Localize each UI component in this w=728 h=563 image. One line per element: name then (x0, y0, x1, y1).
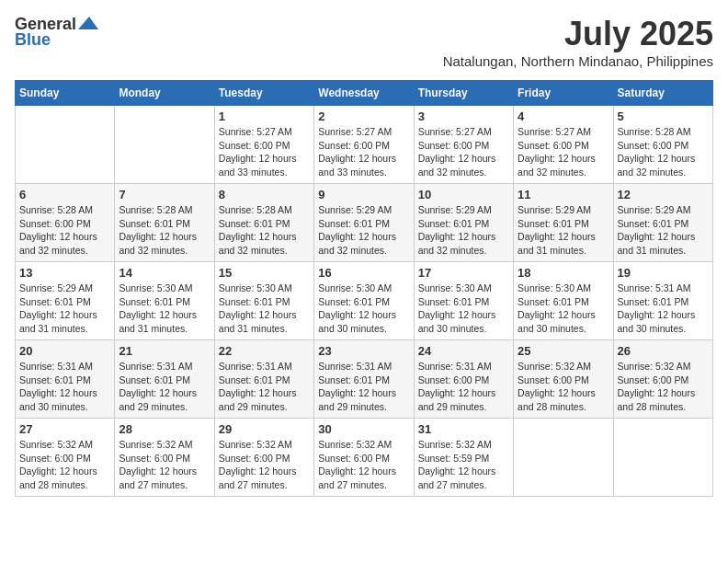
day-number: 6 (19, 188, 110, 201)
table-row: 5Sunrise: 5:28 AM Sunset: 6:00 PM Daylig… (613, 106, 712, 184)
day-info: Sunrise: 5:28 AM Sunset: 6:00 PM Dayligh… (19, 203, 110, 258)
header-thursday: Thursday (414, 81, 513, 106)
table-row: 24Sunrise: 5:31 AM Sunset: 6:00 PM Dayli… (414, 340, 513, 419)
table-row: 31Sunrise: 5:32 AM Sunset: 5:59 PM Dayli… (414, 419, 513, 497)
calendar-title: July 2025 (443, 15, 713, 53)
table-row: 15Sunrise: 5:30 AM Sunset: 6:01 PM Dayli… (214, 262, 313, 340)
day-info: Sunrise: 5:29 AM Sunset: 6:01 PM Dayligh… (418, 203, 509, 258)
day-number: 27 (19, 422, 110, 436)
day-info: Sunrise: 5:32 AM Sunset: 6:00 PM Dayligh… (318, 438, 409, 492)
table-row: 2Sunrise: 5:27 AM Sunset: 6:00 PM Daylig… (314, 106, 414, 184)
table-row (115, 106, 214, 184)
day-number: 30 (318, 422, 409, 436)
day-number: 17 (418, 266, 509, 280)
logo-blue-text: Blue (15, 30, 51, 50)
day-info: Sunrise: 5:28 AM Sunset: 6:01 PM Dayligh… (119, 203, 210, 258)
day-number: 12 (618, 188, 709, 201)
day-info: Sunrise: 5:30 AM Sunset: 6:01 PM Dayligh… (219, 282, 310, 336)
day-info: Sunrise: 5:29 AM Sunset: 6:01 PM Dayligh… (518, 203, 609, 258)
table-row: 26Sunrise: 5:32 AM Sunset: 6:00 PM Dayli… (613, 340, 712, 419)
calendar-table: Sunday Monday Tuesday Wednesday Thursday… (15, 80, 713, 497)
table-row: 3Sunrise: 5:27 AM Sunset: 6:00 PM Daylig… (414, 106, 513, 184)
calendar-week-row: 1Sunrise: 5:27 AM Sunset: 6:00 PM Daylig… (16, 106, 713, 184)
day-number: 8 (219, 188, 310, 201)
day-number: 7 (119, 188, 210, 201)
day-number: 15 (219, 266, 310, 280)
header-sunday: Sunday (16, 81, 115, 106)
day-number: 22 (219, 344, 310, 358)
table-row: 12Sunrise: 5:29 AM Sunset: 6:01 PM Dayli… (613, 184, 712, 262)
day-number: 23 (318, 344, 409, 358)
day-info: Sunrise: 5:29 AM Sunset: 6:01 PM Dayligh… (318, 203, 409, 258)
day-info: Sunrise: 5:29 AM Sunset: 6:01 PM Dayligh… (618, 203, 709, 258)
calendar-week-row: 20Sunrise: 5:31 AM Sunset: 6:01 PM Dayli… (16, 340, 713, 419)
day-info: Sunrise: 5:32 AM Sunset: 6:00 PM Dayligh… (219, 438, 310, 492)
day-info: Sunrise: 5:30 AM Sunset: 6:01 PM Dayligh… (318, 282, 409, 336)
table-row: 25Sunrise: 5:32 AM Sunset: 6:00 PM Dayli… (514, 340, 613, 419)
header-friday: Friday (514, 81, 613, 106)
day-number: 9 (318, 188, 409, 201)
day-number: 2 (318, 109, 409, 123)
day-info: Sunrise: 5:31 AM Sunset: 6:01 PM Dayligh… (618, 282, 709, 336)
table-row: 27Sunrise: 5:32 AM Sunset: 6:00 PM Dayli… (16, 419, 115, 497)
day-info: Sunrise: 5:30 AM Sunset: 6:01 PM Dayligh… (518, 282, 609, 336)
day-info: Sunrise: 5:31 AM Sunset: 6:01 PM Dayligh… (318, 360, 409, 414)
day-number: 14 (119, 266, 210, 280)
table-row: 10Sunrise: 5:29 AM Sunset: 6:01 PM Dayli… (414, 184, 513, 262)
day-number: 13 (19, 266, 110, 280)
table-row: 7Sunrise: 5:28 AM Sunset: 6:01 PM Daylig… (115, 184, 214, 262)
calendar-week-row: 13Sunrise: 5:29 AM Sunset: 6:01 PM Dayli… (16, 262, 713, 340)
day-info: Sunrise: 5:30 AM Sunset: 6:01 PM Dayligh… (119, 282, 210, 336)
table-row: 13Sunrise: 5:29 AM Sunset: 6:01 PM Dayli… (16, 262, 115, 340)
calendar-location: Natalungan, Northern Mindanao, Philippin… (443, 53, 713, 69)
table-row: 1Sunrise: 5:27 AM Sunset: 6:00 PM Daylig… (214, 106, 313, 184)
day-info: Sunrise: 5:28 AM Sunset: 6:00 PM Dayligh… (618, 125, 709, 179)
table-row: 9Sunrise: 5:29 AM Sunset: 6:01 PM Daylig… (314, 184, 414, 262)
day-number: 16 (318, 266, 409, 280)
day-number: 19 (618, 266, 709, 280)
logo: General Blue (15, 15, 98, 50)
day-info: Sunrise: 5:27 AM Sunset: 6:00 PM Dayligh… (518, 125, 609, 179)
table-row (613, 419, 712, 497)
day-number: 29 (219, 422, 310, 436)
table-row: 28Sunrise: 5:32 AM Sunset: 6:00 PM Dayli… (115, 419, 214, 497)
table-row: 23Sunrise: 5:31 AM Sunset: 6:01 PM Dayli… (314, 340, 414, 419)
table-row: 20Sunrise: 5:31 AM Sunset: 6:01 PM Dayli… (16, 340, 115, 419)
table-row: 4Sunrise: 5:27 AM Sunset: 6:00 PM Daylig… (514, 106, 613, 184)
day-info: Sunrise: 5:27 AM Sunset: 6:00 PM Dayligh… (219, 125, 310, 179)
day-number: 21 (119, 344, 210, 358)
day-info: Sunrise: 5:32 AM Sunset: 6:00 PM Dayligh… (19, 438, 110, 492)
day-info: Sunrise: 5:28 AM Sunset: 6:01 PM Dayligh… (219, 203, 310, 258)
day-info: Sunrise: 5:29 AM Sunset: 6:01 PM Dayligh… (19, 282, 110, 336)
table-row: 16Sunrise: 5:30 AM Sunset: 6:01 PM Dayli… (314, 262, 414, 340)
header-saturday: Saturday (613, 81, 712, 106)
day-number: 18 (518, 266, 609, 280)
day-info: Sunrise: 5:27 AM Sunset: 6:00 PM Dayligh… (318, 125, 409, 179)
weekday-header-row: Sunday Monday Tuesday Wednesday Thursday… (16, 81, 713, 106)
calendar-week-row: 6Sunrise: 5:28 AM Sunset: 6:00 PM Daylig… (16, 184, 713, 262)
table-row (514, 419, 613, 497)
day-number: 20 (19, 344, 110, 358)
header-tuesday: Tuesday (214, 81, 313, 106)
day-number: 5 (618, 109, 709, 123)
day-number: 11 (518, 188, 609, 201)
table-row: 6Sunrise: 5:28 AM Sunset: 6:00 PM Daylig… (16, 184, 115, 262)
day-info: Sunrise: 5:27 AM Sunset: 6:00 PM Dayligh… (418, 125, 509, 179)
day-number: 10 (418, 188, 509, 201)
table-row: 8Sunrise: 5:28 AM Sunset: 6:01 PM Daylig… (214, 184, 313, 262)
table-row (16, 106, 115, 184)
table-row: 17Sunrise: 5:30 AM Sunset: 6:01 PM Dayli… (414, 262, 513, 340)
day-number: 25 (518, 344, 609, 358)
day-number: 31 (418, 422, 509, 436)
header-monday: Monday (115, 81, 214, 106)
page-header: General Blue July 2025 Natalungan, North… (15, 15, 713, 69)
title-section: July 2025 Natalungan, Northern Mindanao,… (443, 15, 713, 69)
table-row: 22Sunrise: 5:31 AM Sunset: 6:01 PM Dayli… (214, 340, 313, 419)
table-row: 30Sunrise: 5:32 AM Sunset: 6:00 PM Dayli… (314, 419, 414, 497)
logo-triangle-icon (78, 17, 98, 31)
day-info: Sunrise: 5:31 AM Sunset: 6:01 PM Dayligh… (19, 360, 110, 414)
header-wednesday: Wednesday (314, 81, 414, 106)
day-number: 26 (618, 344, 709, 358)
day-info: Sunrise: 5:32 AM Sunset: 6:00 PM Dayligh… (518, 360, 609, 414)
day-number: 3 (418, 109, 509, 123)
